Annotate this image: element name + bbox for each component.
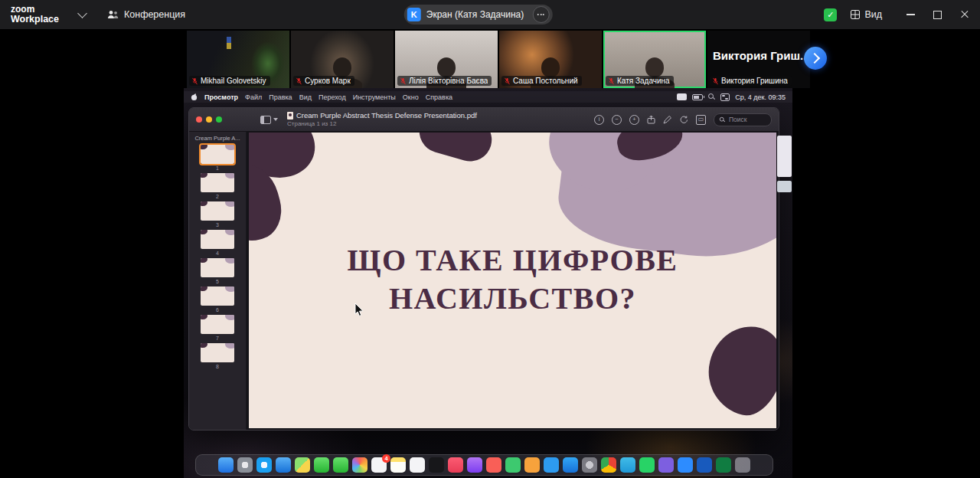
menu-go[interactable]: Переход bbox=[318, 93, 346, 101]
dock-icon-podcasts[interactable] bbox=[467, 457, 482, 473]
markup-pen-icon[interactable] bbox=[663, 116, 671, 124]
dock-icon-music[interactable] bbox=[448, 457, 463, 473]
info-icon[interactable]: i bbox=[594, 115, 604, 125]
close-window-icon[interactable] bbox=[196, 116, 202, 123]
zoom-window-icon[interactable] bbox=[216, 116, 222, 123]
dock-icon-whatsapp[interactable] bbox=[639, 457, 655, 473]
dock-icon-photos[interactable] bbox=[352, 457, 368, 473]
brand-zoom: zoom bbox=[11, 5, 59, 15]
menu-edit[interactable]: Правка bbox=[269, 93, 292, 101]
dock-icon-chrome[interactable] bbox=[601, 457, 616, 473]
chevron-down-icon[interactable] bbox=[77, 8, 87, 18]
pdf-content-area: ЩО ТАКЕ ЦИФРОВЕ НАСИЛЬСТВО? bbox=[247, 132, 779, 430]
input-source-icon[interactable] bbox=[677, 93, 687, 100]
dock-icon-viber[interactable] bbox=[658, 457, 674, 473]
background-window-fragment bbox=[777, 181, 792, 192]
dock-icon-trash[interactable] bbox=[735, 457, 750, 473]
dock-icon-safari[interactable] bbox=[256, 457, 272, 473]
menu-help[interactable]: Справка bbox=[426, 93, 452, 101]
dock-icon-zoom[interactable] bbox=[678, 457, 693, 473]
menu-view[interactable]: Вид bbox=[299, 93, 312, 101]
preview-window: Cream Purple Abstract Thesis Defense Pre… bbox=[188, 107, 779, 431]
minimize-window-icon[interactable] bbox=[206, 116, 212, 123]
layout-grid-icon bbox=[851, 10, 860, 19]
tab-meeting[interactable]: Конференция bbox=[107, 9, 185, 20]
mouse-cursor bbox=[354, 303, 364, 317]
dock-icon-finder[interactable] bbox=[218, 457, 234, 473]
page-thumbnail-8[interactable]: 8 bbox=[201, 343, 234, 369]
dock-icon-word[interactable] bbox=[697, 457, 712, 473]
mic-muted-icon bbox=[608, 77, 615, 85]
minimize-button[interactable] bbox=[906, 14, 915, 15]
control-center-icon[interactable] bbox=[720, 93, 730, 101]
page-thumbnail-1[interactable]: 1 bbox=[201, 145, 234, 171]
dock-icon-pages[interactable] bbox=[524, 457, 540, 473]
sidebar-toggle-button[interactable] bbox=[260, 116, 278, 124]
preview-sidebar: Cream Purple A... 12345678 bbox=[189, 132, 247, 430]
share-avatar: K bbox=[407, 8, 421, 21]
zoom-out-icon[interactable]: − bbox=[612, 115, 622, 125]
slide-title: ЩО ТАКЕ ЦИФРОВЕ НАСИЛЬСТВО? bbox=[249, 241, 776, 318]
participant-name-tag: Катя Задачина bbox=[606, 76, 674, 86]
crop-icon[interactable]: ▭ bbox=[696, 115, 706, 125]
security-shield-icon[interactable]: ✓ bbox=[824, 8, 837, 21]
chevron-right-icon bbox=[808, 53, 819, 64]
dock-icon-settings[interactable] bbox=[582, 457, 597, 473]
participant-name-tag: Саша Постольний bbox=[501, 76, 582, 86]
page-thumbnail-2[interactable]: 2 bbox=[201, 173, 234, 199]
mic-muted-icon bbox=[400, 77, 407, 85]
maximize-button[interactable] bbox=[933, 11, 942, 19]
page-thumbnail-5[interactable]: 5 bbox=[201, 258, 234, 284]
dock-icon-notes[interactable] bbox=[390, 457, 406, 473]
participant-tile[interactable]: Лілія Вікторівна Баєва bbox=[395, 31, 498, 88]
participant-tile[interactable]: Саша Постольний bbox=[499, 31, 602, 88]
menu-file[interactable]: Файл bbox=[245, 93, 262, 101]
shared-screen: Просмотр Файл Правка Вид Переход Инструм… bbox=[184, 88, 792, 478]
dock-icon-keynote[interactable] bbox=[544, 457, 559, 473]
page-thumbnail-7[interactable]: 7 bbox=[201, 315, 234, 341]
dock-icon-messages[interactable] bbox=[314, 457, 329, 473]
zoom-in-icon[interactable]: + bbox=[629, 115, 639, 125]
page-thumbnail-6[interactable]: 6 bbox=[201, 286, 234, 313]
rotate-icon[interactable] bbox=[679, 116, 688, 124]
screen-share-pill[interactable]: K Экран (Катя Задачина) bbox=[404, 5, 553, 25]
menu-window[interactable]: Окно bbox=[403, 93, 419, 101]
dock-icon-excel[interactable] bbox=[716, 457, 731, 473]
participant-tile-video-off[interactable]: Виктория Гриш... Виктория Гришина bbox=[707, 31, 810, 88]
dock: 4 bbox=[195, 454, 773, 476]
participant-name: Саша Постольний bbox=[513, 77, 578, 85]
more-options-button[interactable] bbox=[532, 6, 549, 23]
participant-tile-active-speaker[interactable]: Катя Задачина bbox=[603, 31, 706, 88]
slide-title-line2: НАСИЛЬСТВО? bbox=[249, 280, 776, 318]
next-participants-button[interactable] bbox=[804, 47, 827, 70]
spotlight-search-icon[interactable] bbox=[708, 93, 715, 100]
participant-tile[interactable]: Сурков Марк bbox=[291, 31, 394, 88]
dock-icon-calendar[interactable]: 4 bbox=[371, 457, 387, 473]
menubar-clock[interactable]: Ср, 4 дек. 09:35 bbox=[735, 93, 786, 101]
view-button[interactable]: Вид bbox=[851, 9, 882, 20]
dock-icon-launchpad[interactable] bbox=[237, 457, 253, 473]
apple-menu-icon[interactable] bbox=[191, 93, 198, 101]
page-thumbnail-3[interactable]: 3 bbox=[201, 201, 234, 228]
dock-icon-mail[interactable] bbox=[276, 457, 291, 473]
search-field[interactable]: Поиск bbox=[714, 113, 772, 126]
dock-icon-app-store[interactable] bbox=[563, 457, 578, 473]
dock-icon-maps[interactable] bbox=[295, 457, 310, 473]
dock-icon-numbers[interactable] bbox=[505, 457, 521, 473]
mic-muted-icon bbox=[712, 77, 719, 85]
page-thumbnail-4[interactable]: 4 bbox=[201, 230, 234, 256]
menu-app-name[interactable]: Просмотр bbox=[204, 93, 238, 101]
zoom-workplace-logo: zoom Workplace bbox=[11, 5, 59, 25]
dock-icon-tv[interactable] bbox=[429, 457, 444, 473]
dock-icon-telegram[interactable] bbox=[620, 457, 635, 473]
dock-icon-facetime[interactable] bbox=[333, 457, 348, 473]
dock-icon-news[interactable] bbox=[486, 457, 501, 473]
menu-tools[interactable]: Инструменты bbox=[353, 93, 396, 101]
close-button[interactable] bbox=[960, 10, 969, 19]
window-traffic-lights bbox=[196, 116, 222, 123]
dock-icon-reminders[interactable] bbox=[410, 457, 425, 473]
share-icon[interactable] bbox=[647, 115, 655, 124]
page-indicator: Страница 1 из 12 bbox=[287, 120, 477, 128]
participant-tile[interactable]: Mikhail Golovetskiy bbox=[187, 31, 289, 88]
brand-workplace: Workplace bbox=[11, 15, 59, 25]
